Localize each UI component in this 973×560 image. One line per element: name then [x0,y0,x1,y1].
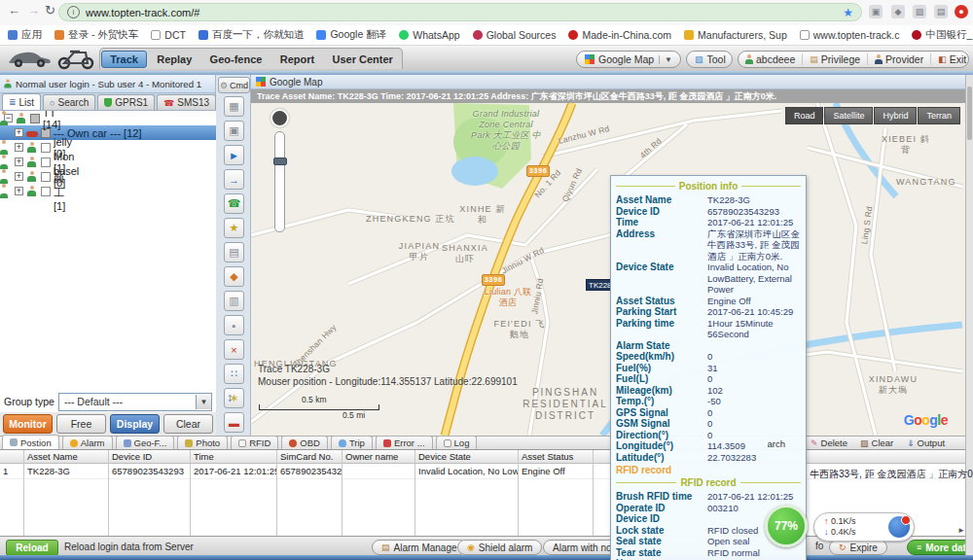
extension-icon[interactable]: ▣ [869,5,883,18]
phone-icon[interactable]: ☎ [224,193,244,214]
forward-icon[interactable]: → [27,3,40,18]
bookmark-item[interactable]: DCT [151,29,186,41]
shield-alarm-button[interactable]: ◉Shield alarm [457,540,542,555]
group-type-select[interactable]: --- Default --- ▼ [58,393,212,411]
tab-list[interactable]: ≣List [2,93,41,110]
tree-expander-icon[interactable] [4,114,13,122]
tab-trip[interactable]: Trip [331,436,373,449]
info-icon[interactable]: i [67,6,80,18]
account-button[interactable]: abcdeee [739,53,802,65]
delete-button[interactable]: ✎Delete [811,438,847,448]
tab-replay[interactable]: Replay [149,52,199,67]
tree-checkbox[interactable] [41,143,51,153]
track-icon[interactable]: ► [224,145,244,165]
tree-item-basel[interactable]: basel [0] [0,169,26,184]
tree-item-tt[interactable]: TT [14] [0,111,16,125]
tool-button[interactable]: ▧ Tool [686,51,733,68]
table-cell[interactable]: 1 [0,464,23,479]
battery-percent-badge[interactable]: 77% [765,505,808,547]
collapse-arrow-icon[interactable]: ↕ [227,391,233,404]
chevron-down-icon[interactable]: ▼ [659,55,672,64]
tree-item-own-car[interactable]: --- Own car --- [12] [0,125,216,140]
search-button[interactable]: Search [768,438,785,449]
tab-rfid[interactable]: RFID [231,436,278,449]
map-type-satellite[interactable]: Satellite [824,107,873,124]
tab-report[interactable]: Report [272,52,322,67]
column-header[interactable]: Asset Status [519,450,593,464]
table-cell[interactable]: 65789023543293 [109,464,190,479]
tab-sms[interactable]: ☎SMS13 [157,94,216,110]
output-button[interactable]: ⇓Output [907,438,945,448]
expire-button[interactable]: ↻Expire [829,540,887,555]
column-header[interactable]: Owner name [342,450,414,464]
send-command-icon[interactable]: → [224,169,244,190]
chart-icon[interactable]: ▥ [224,291,244,311]
monitor-button[interactable]: Monitor [3,414,53,434]
table-cell[interactable]: Invalid Location, No LowBatt [415,464,518,479]
vertical-scrollbar[interactable] [965,75,973,555]
tab-alarm[interactable]: Alarm [62,436,113,449]
alarm-manage-button[interactable]: ▤Alarm Manage [372,540,467,555]
tab-error[interactable]: Error ... [376,436,433,449]
tab-obd[interactable]: OBD [281,436,328,449]
edit-icon[interactable]: ◆ [224,266,244,287]
tree-checkbox[interactable] [30,114,40,123]
map-type-road[interactable]: Road [785,107,824,124]
cmd-button[interactable]: ⚙Cmd [218,77,250,93]
bookmark-item[interactable]: Global Sources [473,29,557,41]
provider-button[interactable]: Provider [867,53,930,65]
extension-icon[interactable]: ▤ [934,5,948,18]
scroll-right-icon[interactable]: ► [957,526,965,535]
tab-gprs[interactable]: GPRS1 [97,94,155,110]
more-data-button[interactable]: ≡More data [907,540,973,555]
footprint-icon[interactable]: ∷ [224,364,244,384]
privilege-button[interactable]: ▤Privilege [802,53,867,65]
save-icon[interactable]: ▪ [224,315,244,335]
tree-item-yangong[interactable]: 颜工 [1] [0,184,26,198]
bookmark-apps[interactable]: 应用 [8,28,42,42]
map-zoom-slider[interactable] [270,109,289,232]
map-canvas[interactable]: Grand Industrial Zone Central Park 大工业区 … [251,103,965,436]
table-cell[interactable]: 2017-06-21 12:01:25 [191,464,276,479]
scrollbar-thumb[interactable] [967,87,972,140]
tab-position[interactable]: Postion [2,435,59,449]
column-header[interactable]: Asset Name [24,450,108,464]
report-icon[interactable]: ▤ [224,242,244,262]
vehicle-icon[interactable]: ▬ [224,412,244,433]
extension-icon[interactable]: ◆ [891,5,905,18]
reload-button[interactable]: Reload [6,540,58,556]
pan-control-icon[interactable] [270,109,289,127]
tree-expander-icon[interactable] [15,187,23,195]
delete-record-icon[interactable]: × [224,339,244,360]
rfid-record-link[interactable]: RFID record [616,465,801,475]
extension-icon[interactable]: ▨ [913,5,926,18]
bookmark-item[interactable]: Manufacturers, Sup [684,29,787,41]
column-header[interactable] [0,450,23,464]
tree-checkbox[interactable] [41,187,51,196]
clear-button[interactable]: Clear [163,414,213,434]
tree-item-jelly[interactable]: jelly [0] [0,140,26,155]
tree-expander-icon[interactable] [15,143,23,152]
exit-button[interactable]: ◧Exit [930,53,973,65]
tree-checkbox[interactable] [41,158,51,167]
photo-icon[interactable]: ▦ [224,96,244,117]
display-button[interactable]: Display [110,414,160,434]
bookmark-item[interactable]: www.topten-track.c [800,29,900,41]
column-header[interactable]: Time [191,450,276,464]
tree-expander-icon[interactable] [15,172,23,181]
network-speed-widget[interactable]: ↑ 0.1K/s ↓ 0.4K/s [813,512,915,542]
tree-expander-icon[interactable] [15,128,23,137]
column-header[interactable]: Device State [415,450,518,464]
tree-item-mon[interactable]: Mon [1] [0,155,26,169]
table-cell[interactable]: 65789023543293 [277,464,342,479]
star-icon[interactable]: ★ [224,218,244,238]
map-provider-select[interactable]: Google Map ▼ [576,51,681,68]
back-icon[interactable]: ← [8,3,20,18]
map-type-terrain[interactable]: Terran [918,107,960,124]
map-type-hybrid[interactable]: Hybrid [874,107,917,124]
bookmark-item[interactable]: WhatsApp [399,29,459,41]
tree-expander-icon[interactable] [15,158,23,166]
tab-geo-fence[interactable]: Geo-fence [202,52,270,67]
url-bar[interactable]: i www.topten-track.com/# ★ [58,3,862,21]
zoom-knob[interactable] [273,158,287,165]
